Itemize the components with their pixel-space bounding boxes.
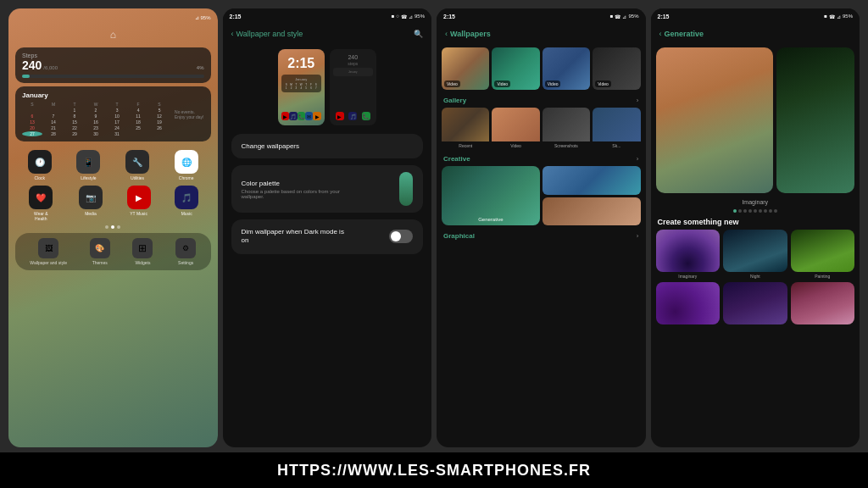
- p2-color-palette[interactable]: Color palette Choose a palette based on …: [231, 165, 424, 213]
- create-night[interactable]: Night: [723, 230, 787, 279]
- app-row-2: ❤️ Wear & Health 📷 Media ▶ YT Music 🎵 Mu…: [15, 186, 211, 221]
- wp-preview-landscape[interactable]: 2:15 January SMTWTFS 1234567 ▶ 🎵 📞 ✉ ▶: [278, 49, 325, 125]
- wp-thumb-badge-4: Video: [595, 80, 611, 87]
- gen-dot-4: [748, 209, 752, 213]
- creative-generative[interactable]: Generative: [442, 166, 540, 225]
- steps-pct: 4%: [197, 65, 204, 70]
- create-pink[interactable]: [791, 282, 855, 326]
- steps-title: Steps: [22, 53, 204, 58]
- app-icon-clock[interactable]: 🕐 Clock: [28, 150, 52, 180]
- graphical-title: Graphical: [443, 232, 475, 240]
- gen-sec-bg: [776, 47, 854, 193]
- p3-graphical-section: Graphical ›: [437, 229, 646, 243]
- dot-1: [105, 225, 108, 229]
- p2-dim-wallpaper[interactable]: Dim wallpaper when Dark mode is on: [231, 219, 424, 254]
- app-label-wear-health: Wear & Health: [27, 211, 54, 221]
- p2-back-button[interactable]: ‹ Wallpaper and style: [231, 30, 303, 38]
- gallery-screenshots-thumb: [542, 108, 590, 141]
- wp-thumb-badge-3: Video: [545, 80, 561, 87]
- p3-back-button[interactable]: ‹ Wallpapers: [445, 30, 491, 38]
- footer: HTTPS://WWW.LES-SMARTPHONES.FR: [0, 452, 868, 488]
- p3-status-icons: ■☎⊿95%: [610, 14, 639, 19]
- gallery-item-recent[interactable]: Recent: [442, 108, 489, 148]
- create-painting-label: Painting: [815, 274, 830, 279]
- p4-status-icons: ■☎⊿95%: [824, 14, 853, 19]
- app-icon-ytmusic[interactable]: ▶ YT Music: [127, 186, 151, 221]
- app-icon-lifestyle[interactable]: 📱 Lifestyle: [76, 150, 100, 180]
- gallery-arrow-icon[interactable]: ›: [637, 97, 639, 104]
- dock-widgets[interactable]: ⊞ Widgets: [132, 238, 153, 265]
- p3-gallery-header: Gallery ›: [437, 93, 646, 108]
- create-painting[interactable]: Painting: [791, 230, 855, 279]
- gen-dot-5: [754, 209, 757, 213]
- p4-create-grid: Imaginary Night Painting: [651, 230, 860, 326]
- gallery-item-screenshots[interactable]: Screenshots: [542, 108, 590, 148]
- p4-back-button[interactable]: ‹ Generative: [659, 30, 704, 38]
- p4-status-bar: 2:15 ■☎⊿95%: [651, 8, 860, 24]
- gallery-recent-thumb: [442, 108, 489, 141]
- gen-main-preview[interactable]: [656, 47, 773, 193]
- creative-sm1[interactable]: [542, 166, 641, 195]
- app-label-music: Music: [181, 211, 192, 216]
- wp-thumb-4[interactable]: Video: [593, 47, 640, 90]
- gallery-item-sk[interactable]: Sk...: [593, 108, 640, 148]
- gen-dot-2: [738, 209, 742, 213]
- create-night-label: Night: [750, 274, 760, 279]
- create-imaginary2-thumb: [656, 282, 721, 324]
- creative-sm2[interactable]: [542, 197, 641, 226]
- p3-status-bar: 2:15 ■☎⊿95%: [437, 8, 646, 24]
- phone-panel-generative: 2:15 ■☎⊿95% ‹ Generative Imaginary: [651, 8, 860, 447]
- p2-nav-title: Wallpaper and style: [236, 30, 303, 38]
- home-page-dots: [8, 223, 218, 231]
- dock-themes[interactable]: 🎨 Themes: [90, 238, 110, 265]
- p3-creative-section: Creative › Generative: [437, 152, 646, 225]
- steps-bar-fill: [22, 75, 30, 78]
- app-icon-chrome[interactable]: 🌐 Chrome: [175, 150, 198, 180]
- p2-status-icons: ■ ○ ☎ ⊿ 95%: [392, 14, 425, 19]
- wp-thumb-2[interactable]: Video: [492, 47, 539, 90]
- wp-thumb-3[interactable]: Video: [542, 47, 590, 90]
- cal-grid: S M T W T F S 1 2 3 4: [22, 102, 170, 136]
- gallery-item-video[interactable]: Video: [492, 108, 539, 148]
- wp-cal-grid: SMTWTFS 1234567: [284, 83, 319, 90]
- creative-arrow-icon[interactable]: ›: [637, 155, 639, 163]
- wp-mini-apps: ▶ 🎵 📞 ✉ ▶: [281, 112, 321, 120]
- dock-wallpaper[interactable]: 🖼 Wallpaper and style: [30, 238, 67, 265]
- app-row-1: 🕐 Clock 📱 Lifestyle 🔧 Utilities 🌐 Chrome: [15, 150, 211, 180]
- gen-page-dots: [651, 208, 860, 214]
- create-imaginary-thumb: [656, 230, 721, 272]
- gen-dot-8: [769, 209, 772, 213]
- dock-wallpaper-label: Wallpaper and style: [30, 260, 67, 265]
- gen-dot-1: [733, 209, 737, 213]
- app-label-clock: Clock: [35, 175, 46, 180]
- wp-calendar-mini: January SMTWTFS 1234567: [281, 75, 321, 92]
- home-status-bar: ⊿ 95%: [8, 8, 218, 25]
- dim-wallpaper-toggle[interactable]: [389, 230, 413, 243]
- toggle-knob: [391, 231, 401, 241]
- footer-url: HTTPS://WWW.LES-SMARTPHONES.FR: [277, 462, 591, 480]
- no-events-sub: Enjoy your day!: [175, 114, 203, 119]
- wp-dark-app-2: 🎵: [348, 112, 357, 120]
- create-purple[interactable]: [723, 282, 787, 326]
- create-imaginary[interactable]: Imaginary: [656, 230, 721, 279]
- home-apps: 🕐 Clock 📱 Lifestyle 🔧 Utilities 🌐 Chrome: [8, 145, 218, 223]
- create-imaginary2[interactable]: [656, 282, 721, 326]
- app-icon-music[interactable]: 🎵 Music: [175, 186, 198, 221]
- gen-secondary-preview[interactable]: [776, 47, 854, 193]
- app-icon-media[interactable]: 📷 Media: [79, 186, 103, 221]
- phone-panel-wallpaper-style: 2:15 ■ ○ ☎ ⊿ 95% ‹ Wallpaper and style 🔍…: [223, 8, 432, 447]
- app-icon-utilities[interactable]: 🔧 Utilities: [125, 150, 149, 180]
- dock-settings[interactable]: ⚙ Settings: [175, 238, 196, 265]
- p2-search-icon[interactable]: 🔍: [414, 30, 423, 38]
- p3-nav-bar: ‹ Wallpapers: [437, 24, 646, 44]
- graphical-arrow-icon[interactable]: ›: [637, 232, 639, 240]
- wp-preview-dark[interactable]: 240 steps January ▶ 🎵 📞: [330, 49, 376, 125]
- dot-3: [117, 225, 120, 229]
- create-night-thumb: [723, 230, 787, 272]
- p2-change-wallpapers-btn[interactable]: Change wallpapers: [231, 134, 424, 158]
- app-icon-wear-health[interactable]: ❤️ Wear & Health: [27, 186, 54, 221]
- p3-creative-grid: Generative: [437, 166, 646, 225]
- p2-time: 2:15: [230, 14, 242, 19]
- p4-nav-bar: ‹ Generative: [651, 24, 860, 44]
- wp-thumb-1[interactable]: Video: [442, 47, 489, 90]
